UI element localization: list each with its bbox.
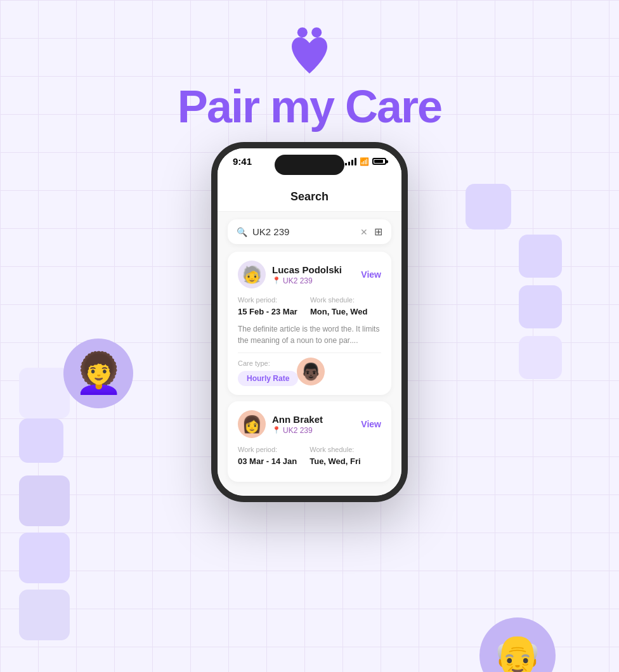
location-pin-icon-ann: 📍 (272, 426, 281, 434)
work-schedule-col-ann: Work shedule: Tue, Wed, Fri (310, 446, 360, 467)
status-icons: 📶 (345, 157, 386, 166)
location-pin-icon: 📍 (272, 276, 281, 285)
card-location-lucas: 📍 UK2 239 (272, 276, 361, 285)
card-name-ann: Ann Braket (272, 414, 361, 425)
svg-point-0 (297, 27, 308, 37)
search-icon: 🔍 (237, 227, 247, 237)
deco-square-9 (19, 590, 70, 640)
phone-mockup: 9:41 📶 (211, 142, 408, 502)
card-info-row-ann: Work period: 03 Mar - 14 Jan Work shedul… (238, 446, 381, 467)
card-header-ann: 👩 Ann Braket 📍 UK2 239 View (238, 410, 381, 438)
card-ann: 👩 Ann Braket 📍 UK2 239 View (228, 401, 391, 482)
work-schedule-value-ann: Tue, Wed, Fri (310, 456, 360, 466)
search-bar[interactable]: 🔍 UK2 239 ✕ ⊞ (228, 219, 391, 244)
status-time: 9:41 (233, 156, 252, 167)
work-period-label-lucas: Work period: (238, 296, 297, 304)
card-name-lucas: Lucas Podolski (272, 264, 361, 275)
work-schedule-value-lucas: Mon, Tue, Wed (310, 307, 368, 316)
clear-search-button[interactable]: ✕ (360, 227, 368, 237)
card-header-lucas: 🧓 Lucas Podolski 📍 UK2 239 View (238, 261, 381, 288)
screen-title: Search (290, 190, 329, 203)
app-title: Pair my Care (178, 84, 441, 129)
card-name-area-ann: Ann Braket 📍 UK2 239 (272, 414, 361, 435)
floating-avatar-left: 👩‍🦱 (63, 339, 133, 408)
work-schedule-col-lucas: Work shedule: Mon, Tue, Wed (310, 296, 368, 317)
work-period-label-ann: Work period: (238, 446, 297, 453)
care-badge-lucas: Hourly Rate (238, 371, 298, 386)
battery-icon (372, 158, 386, 165)
main-content: Pair my Care 👩‍🦱 👨🏿 👴 9:41 (0, 0, 619, 502)
svg-point-1 (311, 27, 322, 37)
signal-bars-icon (345, 158, 356, 165)
screen-body: 🔍 UK2 239 ✕ ⊞ 🧓 Lucas Podolski 📍 (218, 212, 401, 496)
work-schedule-label-ann: Work shedule: (310, 446, 360, 453)
app-logo-icon (284, 25, 335, 76)
card-description-lucas: The definite article is the word the. It… (238, 323, 381, 353)
wifi-icon: 📶 (360, 157, 369, 166)
search-input[interactable]: UK2 239 (252, 226, 360, 237)
avatar-lucas: 🧓 (238, 261, 266, 288)
filter-icon[interactable]: ⊞ (374, 226, 382, 238)
floating-avatar-right-top: 👨🏿 (297, 358, 325, 385)
work-schedule-label-lucas: Work shedule: (310, 296, 368, 304)
work-period-value-lucas: 15 Feb - 23 Mar (238, 307, 297, 316)
work-period-value-ann: 03 Mar - 14 Jan (238, 456, 297, 466)
avatar-ann: 👩 (238, 410, 266, 438)
dynamic-island (275, 155, 344, 175)
view-button-lucas[interactable]: View (361, 269, 381, 280)
logo-section: Pair my Care (178, 25, 441, 129)
deco-square-8 (19, 533, 70, 583)
card-location-ann: 📍 UK2 239 (272, 426, 361, 435)
card-info-row-lucas: Work period: 15 Feb - 23 Mar Work shedul… (238, 296, 381, 317)
work-period-col-lucas: Work period: 15 Feb - 23 Mar (238, 296, 297, 317)
view-button-ann[interactable]: View (361, 419, 381, 429)
card-name-area-lucas: Lucas Podolski 📍 UK2 239 (272, 264, 361, 285)
app-screen: Search 🔍 UK2 239 ✕ ⊞ 🧓 (218, 180, 401, 496)
work-period-col-ann: Work period: 03 Mar - 14 Jan (238, 446, 297, 467)
phone-wrapper: 👩‍🦱 👨🏿 👴 9:41 📶 (0, 142, 619, 502)
screen-header: Search (218, 180, 401, 212)
